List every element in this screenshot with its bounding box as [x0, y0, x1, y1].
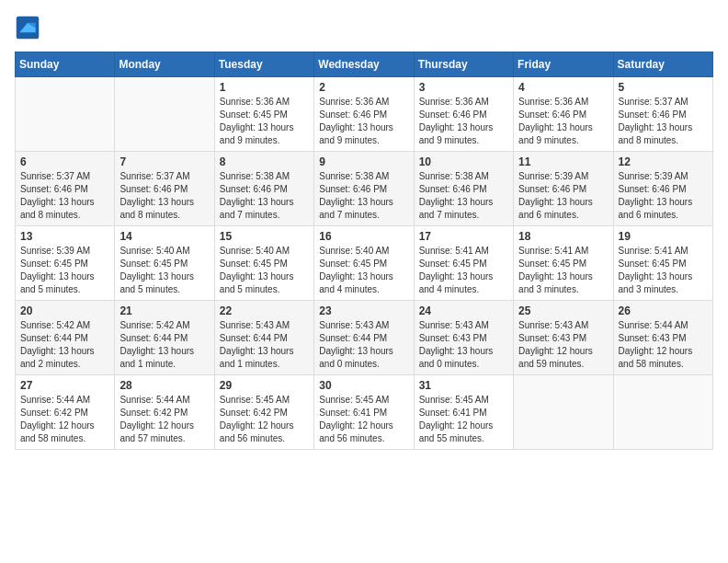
day-number: 29: [220, 379, 309, 392]
calendar-cell: 12Sunrise: 5:39 AM Sunset: 6:46 PM Dayli…: [613, 152, 712, 226]
day-info: Sunrise: 5:41 AM Sunset: 6:45 PM Dayligh…: [619, 245, 708, 296]
day-info: Sunrise: 5:37 AM Sunset: 6:46 PM Dayligh…: [20, 170, 109, 222]
day-number: 6: [20, 155, 109, 168]
day-info: Sunrise: 5:44 AM Sunset: 6:42 PM Dayligh…: [119, 394, 209, 445]
day-number: 28: [119, 379, 209, 392]
day-number: 16: [319, 230, 408, 243]
day-info: Sunrise: 5:45 AM Sunset: 6:41 PM Dayligh…: [319, 394, 408, 445]
calendar-cell: 20Sunrise: 5:42 AM Sunset: 6:44 PM Dayli…: [16, 301, 115, 375]
calendar-cell: 7Sunrise: 5:37 AM Sunset: 6:46 PM Daylig…: [115, 152, 214, 226]
day-info: Sunrise: 5:38 AM Sunset: 6:46 PM Dayligh…: [319, 170, 408, 222]
calendar-cell: 4Sunrise: 5:36 AM Sunset: 6:46 PM Daylig…: [514, 77, 613, 152]
day-info: Sunrise: 5:41 AM Sunset: 6:45 PM Dayligh…: [518, 245, 608, 296]
day-number: 25: [518, 304, 608, 317]
calendar-body: 1Sunrise: 5:36 AM Sunset: 6:45 PM Daylig…: [16, 77, 713, 450]
calendar-cell: 11Sunrise: 5:39 AM Sunset: 6:46 PM Dayli…: [514, 152, 613, 226]
calendar-cell: 17Sunrise: 5:41 AM Sunset: 6:45 PM Dayli…: [414, 226, 513, 301]
day-info: Sunrise: 5:44 AM Sunset: 6:42 PM Dayligh…: [20, 394, 109, 445]
day-info: Sunrise: 5:39 AM Sunset: 6:46 PM Dayligh…: [619, 170, 708, 222]
day-info: Sunrise: 5:43 AM Sunset: 6:44 PM Dayligh…: [319, 319, 408, 371]
day-number: 23: [319, 304, 408, 317]
day-info: Sunrise: 5:45 AM Sunset: 6:42 PM Dayligh…: [220, 394, 309, 445]
day-number: 31: [419, 379, 508, 392]
calendar-cell: 26Sunrise: 5:44 AM Sunset: 6:43 PM Dayli…: [613, 301, 712, 375]
day-number: 8: [220, 155, 309, 168]
calendar-cell: 14Sunrise: 5:40 AM Sunset: 6:45 PM Dayli…: [115, 226, 214, 301]
day-number: 26: [619, 304, 708, 317]
calendar-cell: 2Sunrise: 5:36 AM Sunset: 6:46 PM Daylig…: [314, 77, 414, 152]
day-number: 30: [319, 379, 408, 392]
day-info: Sunrise: 5:40 AM Sunset: 6:45 PM Dayligh…: [220, 245, 309, 296]
calendar-cell: 18Sunrise: 5:41 AM Sunset: 6:45 PM Dayli…: [514, 226, 613, 301]
day-info: Sunrise: 5:43 AM Sunset: 6:43 PM Dayligh…: [518, 319, 608, 371]
day-info: Sunrise: 5:36 AM Sunset: 6:45 PM Dayligh…: [220, 96, 309, 147]
day-info: Sunrise: 5:37 AM Sunset: 6:46 PM Dayligh…: [619, 96, 708, 147]
calendar-cell: [115, 77, 214, 152]
weekday-header: Friday: [514, 52, 613, 77]
calendar-cell: 22Sunrise: 5:43 AM Sunset: 6:44 PM Dayli…: [214, 301, 313, 375]
calendar-cell: 5Sunrise: 5:37 AM Sunset: 6:46 PM Daylig…: [613, 77, 712, 152]
day-number: 2: [319, 81, 408, 94]
calendar-cell: [613, 375, 712, 450]
day-number: 20: [20, 304, 109, 317]
day-number: 27: [20, 379, 109, 392]
calendar-cell: 10Sunrise: 5:38 AM Sunset: 6:46 PM Dayli…: [414, 152, 513, 226]
calendar-week-row: 27Sunrise: 5:44 AM Sunset: 6:42 PM Dayli…: [16, 375, 713, 450]
day-number: 21: [119, 304, 209, 317]
day-info: Sunrise: 5:45 AM Sunset: 6:41 PM Dayligh…: [419, 394, 508, 445]
weekday-header: Sunday: [16, 52, 115, 77]
calendar-cell: 1Sunrise: 5:36 AM Sunset: 6:45 PM Daylig…: [214, 77, 313, 152]
calendar-cell: 27Sunrise: 5:44 AM Sunset: 6:42 PM Dayli…: [16, 375, 115, 450]
weekday-header: Tuesday: [214, 52, 313, 77]
weekday-header: Saturday: [613, 52, 712, 77]
calendar-cell: 30Sunrise: 5:45 AM Sunset: 6:41 PM Dayli…: [314, 375, 414, 450]
calendar-cell: 28Sunrise: 5:44 AM Sunset: 6:42 PM Dayli…: [115, 375, 214, 450]
day-info: Sunrise: 5:36 AM Sunset: 6:46 PM Dayligh…: [518, 96, 608, 147]
calendar-cell: 8Sunrise: 5:38 AM Sunset: 6:46 PM Daylig…: [214, 152, 313, 226]
day-info: Sunrise: 5:38 AM Sunset: 6:46 PM Dayligh…: [419, 170, 508, 222]
calendar-cell: 13Sunrise: 5:39 AM Sunset: 6:45 PM Dayli…: [16, 226, 115, 301]
calendar-cell: 25Sunrise: 5:43 AM Sunset: 6:43 PM Dayli…: [514, 301, 613, 375]
logo-icon: [15, 15, 40, 40]
day-info: Sunrise: 5:37 AM Sunset: 6:46 PM Dayligh…: [119, 170, 209, 222]
weekday-header: Monday: [115, 52, 214, 77]
day-number: 3: [419, 81, 508, 94]
day-number: 13: [20, 230, 109, 243]
day-info: Sunrise: 5:44 AM Sunset: 6:43 PM Dayligh…: [619, 319, 708, 371]
day-number: 19: [619, 230, 708, 243]
calendar-week-row: 1Sunrise: 5:36 AM Sunset: 6:45 PM Daylig…: [16, 77, 713, 152]
day-number: 1: [220, 81, 309, 94]
day-info: Sunrise: 5:43 AM Sunset: 6:43 PM Dayligh…: [419, 319, 508, 371]
calendar-cell: 15Sunrise: 5:40 AM Sunset: 6:45 PM Dayli…: [214, 226, 313, 301]
calendar-cell: 23Sunrise: 5:43 AM Sunset: 6:44 PM Dayli…: [314, 301, 414, 375]
page-header: [15, 15, 713, 40]
weekday-header-row: SundayMondayTuesdayWednesdayThursdayFrid…: [16, 52, 713, 77]
calendar-week-row: 13Sunrise: 5:39 AM Sunset: 6:45 PM Dayli…: [16, 226, 713, 301]
day-info: Sunrise: 5:42 AM Sunset: 6:44 PM Dayligh…: [20, 319, 109, 371]
day-number: 5: [619, 81, 708, 94]
day-info: Sunrise: 5:36 AM Sunset: 6:46 PM Dayligh…: [419, 96, 508, 147]
day-info: Sunrise: 5:40 AM Sunset: 6:45 PM Dayligh…: [119, 245, 209, 296]
day-info: Sunrise: 5:40 AM Sunset: 6:45 PM Dayligh…: [319, 245, 408, 296]
calendar-cell: 19Sunrise: 5:41 AM Sunset: 6:45 PM Dayli…: [613, 226, 712, 301]
day-info: Sunrise: 5:38 AM Sunset: 6:46 PM Dayligh…: [220, 170, 309, 222]
calendar-cell: 6Sunrise: 5:37 AM Sunset: 6:46 PM Daylig…: [16, 152, 115, 226]
day-info: Sunrise: 5:42 AM Sunset: 6:44 PM Dayligh…: [119, 319, 209, 371]
day-number: 11: [518, 155, 608, 168]
day-number: 24: [419, 304, 508, 317]
day-number: 4: [518, 81, 608, 94]
weekday-header: Thursday: [414, 52, 513, 77]
day-info: Sunrise: 5:41 AM Sunset: 6:45 PM Dayligh…: [419, 245, 508, 296]
weekday-header: Wednesday: [314, 52, 414, 77]
day-number: 15: [220, 230, 309, 243]
day-number: 12: [619, 155, 708, 168]
calendar-cell: 29Sunrise: 5:45 AM Sunset: 6:42 PM Dayli…: [214, 375, 313, 450]
calendar-cell: [16, 77, 115, 152]
calendar-table: SundayMondayTuesdayWednesdayThursdayFrid…: [15, 52, 713, 450]
day-number: 22: [220, 304, 309, 317]
calendar-cell: 21Sunrise: 5:42 AM Sunset: 6:44 PM Dayli…: [115, 301, 214, 375]
calendar-cell: [514, 375, 613, 450]
day-number: 14: [119, 230, 209, 243]
day-number: 18: [518, 230, 608, 243]
day-number: 9: [319, 155, 408, 168]
